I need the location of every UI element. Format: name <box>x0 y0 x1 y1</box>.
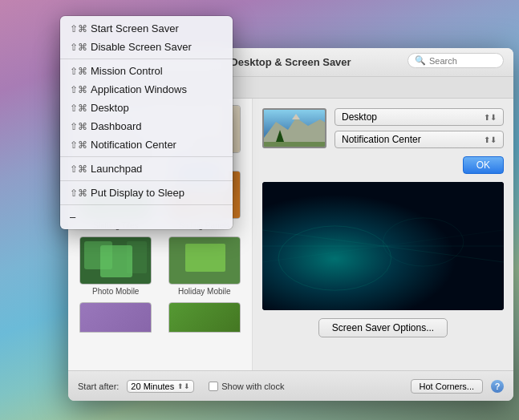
desktop-dropdown[interactable]: Desktop ⬆⬇ <box>335 108 504 126</box>
menu-label-notification: Notification Center <box>91 139 176 151</box>
menu-label-disable: Disable Screen Saver <box>91 41 192 53</box>
desktop-section: Desktop ⬆⬇ Notification Center ⬆⬇ <box>262 108 504 148</box>
show-clock-label: Show with clock <box>221 382 284 391</box>
menu-label-dashboard: Dashboard <box>91 120 142 132</box>
menu-item-put-display-sleep[interactable]: ⇧⌘ Put Display to Sleep <box>60 184 233 202</box>
desktop-dropdown-label: Desktop <box>342 111 377 123</box>
thumb-partial-1 <box>79 302 152 333</box>
menu-item-start-screen-saver[interactable]: ⇧⌘ Start Screen Saver <box>60 19 233 38</box>
options-btn-row: Screen Saver Options... <box>262 318 504 337</box>
thumb-holiday <box>168 236 241 285</box>
menu-key-desktop: ⇧⌘ <box>70 103 87 114</box>
menu-label-launchpad: Launchpad <box>91 163 142 175</box>
menu-label-desktop: Desktop <box>91 102 129 114</box>
list-item[interactable] <box>164 302 246 333</box>
menu-key-notification: ⇧⌘ <box>70 139 87 151</box>
screensaver-preview <box>262 182 504 310</box>
menu-key-mission: ⇧⌘ <box>70 66 87 77</box>
menu-item-notification-center[interactable]: ⇧⌘ Notification Center <box>60 135 233 154</box>
notification-dropdown-label: Notification Center <box>342 134 421 145</box>
menu-separator-3 <box>60 180 233 181</box>
menu-item-dashboard[interactable]: ⇧⌘ Dashboard <box>60 117 233 135</box>
search-box[interactable]: 🔍 <box>407 53 504 68</box>
menu-separator-2 <box>60 156 233 157</box>
thumb-partial-2 <box>168 302 241 333</box>
dropdown-section: Desktop ⬆⬇ Notification Center ⬆⬇ <box>335 108 504 148</box>
dropdown-arrow-2: ⬆⬇ <box>484 135 497 144</box>
menu-separator-1 <box>60 59 233 59</box>
menu-item-dash[interactable]: – <box>60 208 233 226</box>
menu-label-dash: – <box>70 211 75 223</box>
menu-item-mission-control[interactable]: ⇧⌘ Mission Control <box>60 62 233 80</box>
menu-separator-4 <box>60 204 233 205</box>
menu-item-launchpad[interactable]: ⇧⌘ Launchpad <box>60 160 233 178</box>
thumb-label-photo: Photo Mobile <box>92 287 139 296</box>
thumb-photo <box>79 236 152 285</box>
help-icon[interactable]: ? <box>491 380 504 393</box>
desktop-thumb-svg <box>264 110 326 148</box>
show-clock-checkbox[interactable]: Show with clock <box>209 382 284 391</box>
menu-label-start: Start Screen Saver <box>91 22 179 34</box>
list-item[interactable]: Photo Mobile <box>75 236 157 296</box>
panel-content: Desktop ⬆⬇ Notification Center ⬆⬇ OK <box>253 99 513 394</box>
menu-key-sleep: ⇧⌘ <box>70 188 87 199</box>
menu-key-launchpad: ⇧⌘ <box>70 164 87 175</box>
menu-label-app: Application Windows <box>91 83 187 95</box>
checkbox-icon <box>209 382 218 391</box>
dropdown-arrow-1: ⬆⬇ <box>484 113 497 122</box>
start-after-label: Start after: <box>78 382 119 391</box>
menu-label-sleep: Put Display to Sleep <box>91 187 184 199</box>
stepper-arrows: ⬆⬇ <box>177 382 190 390</box>
help-label: ? <box>495 382 501 391</box>
ok-row: OK <box>262 156 504 174</box>
start-after-stepper[interactable]: 20 Minutes ⬆⬇ <box>127 380 194 393</box>
thumb-label-holiday: Holiday Mobile <box>178 287 231 296</box>
desktop-thumbnail <box>262 108 326 148</box>
start-after-value: 20 Minutes <box>131 382 174 391</box>
menu-key-dashboard: ⇧⌘ <box>70 121 87 132</box>
context-menu: ⇧⌘ Start Screen Saver ⇧⌘ Disable Screen … <box>60 16 233 229</box>
ok-button[interactable]: OK <box>463 156 504 174</box>
menu-item-app-windows[interactable]: ⇧⌘ Application Windows <box>60 80 233 99</box>
search-input[interactable] <box>429 56 501 66</box>
list-item[interactable]: Holiday Mobile <box>164 236 246 296</box>
panel-bottom: Start after: 20 Minutes ⬆⬇ Show with clo… <box>68 370 513 401</box>
list-item[interactable] <box>75 302 157 333</box>
menu-item-desktop[interactable]: ⇧⌘ Desktop <box>60 99 233 117</box>
menu-key-disable: ⇧⌘ <box>70 42 87 53</box>
notification-dropdown[interactable]: Notification Center ⬆⬇ <box>335 131 504 148</box>
panel-title: Desktop & Screen Saver <box>230 56 351 68</box>
menu-key-app: ⇧⌘ <box>70 84 87 95</box>
menu-label-mission: Mission Control <box>91 65 163 77</box>
preview-visual <box>262 182 504 310</box>
desktop-thumb-image <box>264 110 325 147</box>
svg-rect-3 <box>264 142 326 148</box>
preview-svg <box>262 182 504 310</box>
screen-saver-options-button[interactable]: Screen Saver Options... <box>318 318 448 337</box>
menu-item-disable-screen-saver[interactable]: ⇧⌘ Disable Screen Saver <box>60 38 233 56</box>
hot-corners-button[interactable]: Hot Corners... <box>411 379 483 394</box>
menu-key-start: ⇧⌘ <box>70 23 87 34</box>
search-icon: 🔍 <box>415 55 426 66</box>
